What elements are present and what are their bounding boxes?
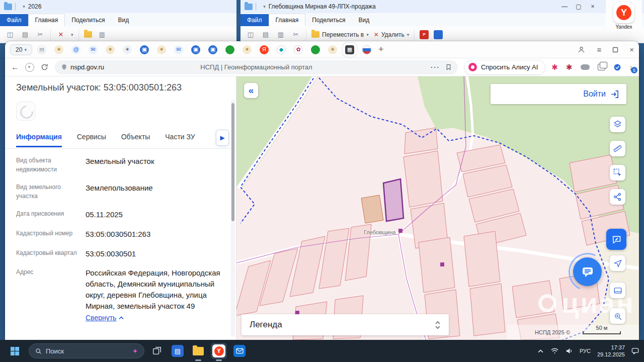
delete-icon[interactable]: ✕ xyxy=(56,30,66,40)
tab-information[interactable]: Информация xyxy=(16,133,62,147)
copy-icon[interactable]: ▤ xyxy=(20,30,30,40)
mail-app-icon[interactable] xyxy=(231,343,248,359)
map-service-tab[interactable]: ◆ xyxy=(277,45,286,54)
select-objects-button[interactable] xyxy=(610,165,625,180)
gov-app-tab[interactable]: ▣ xyxy=(208,45,217,54)
chevron-down-icon[interactable]: ▾ xyxy=(263,4,266,9)
green-service-tab[interactable] xyxy=(225,45,234,54)
panel-scrollbar[interactable] xyxy=(231,100,235,337)
pdf-icon[interactable]: P xyxy=(420,30,429,39)
chevron-down-icon[interactable]: ▾ xyxy=(71,32,73,37)
mail-envelope-tab[interactable]: ✉ xyxy=(174,45,183,54)
protect-check-icon[interactable] xyxy=(613,63,621,71)
gov-emblem-tab[interactable]: ✶ xyxy=(54,45,63,54)
gov-emblem-blue-tab[interactable]: ✶ xyxy=(123,45,132,54)
clock[interactable]: 17:37 29.12.2025 xyxy=(597,344,625,358)
taskbar-search[interactable]: Поиск ✦ xyxy=(29,343,144,358)
yandex-desktop-icon[interactable]: Y Yandex xyxy=(606,0,642,31)
delete-button[interactable]: ✕ Удалить ▾ xyxy=(374,31,409,38)
pin-icon[interactable]: ◫ xyxy=(246,30,256,40)
extension-flower-icon[interactable]: ✱ xyxy=(566,63,573,72)
tray-expand-icon[interactable] xyxy=(537,349,544,353)
chat-button[interactable] xyxy=(573,257,602,286)
layers-button[interactable] xyxy=(610,117,625,132)
properties-icon[interactable]: ▥ xyxy=(97,30,107,40)
green-service-tab[interactable] xyxy=(311,45,320,54)
chevron-down-icon[interactable]: ▾ xyxy=(23,4,25,9)
maximize-button[interactable]: ▢ xyxy=(572,3,586,10)
flag-ru-tab[interactable] xyxy=(362,45,371,54)
search-objects-button[interactable] xyxy=(610,308,625,324)
tab-parcel-parts[interactable]: Части ЗУ xyxy=(165,133,195,146)
flower-service-tab[interactable]: ✿ xyxy=(294,45,303,54)
app-office-icon[interactable]: ▤ xyxy=(170,343,186,359)
gov-app-tab[interactable]: ▣ xyxy=(191,45,200,54)
file-explorer-icon[interactable] xyxy=(190,343,206,359)
tab-services[interactable]: Сервисы xyxy=(77,133,106,146)
gov-emblem-tab[interactable]: ✶ xyxy=(328,45,337,54)
locate-me-button[interactable] xyxy=(610,255,625,271)
menu-home[interactable]: Главная xyxy=(269,14,306,26)
move-to-button[interactable]: Переместить в ▾ xyxy=(311,31,369,38)
gov-emblem-tab[interactable]: ✶ xyxy=(106,45,115,54)
close-button[interactable]: × xyxy=(586,3,600,10)
explorer-titlebar[interactable]: ▏ ▾ Глебовщина Мирная 49-ЛПХ-продажа — ▢… xyxy=(240,0,644,13)
explorer-window-glebovshchina[interactable]: ▏ ▾ Глебовщина Мирная 49-ЛПХ-продажа — ▢… xyxy=(240,0,644,43)
extension-tabs-icon[interactable] xyxy=(598,64,605,70)
mini-window-button[interactable] xyxy=(610,283,625,298)
back-icon[interactable]: ← xyxy=(11,63,19,72)
menu-view[interactable]: Вид xyxy=(111,14,135,26)
selected-parcel[interactable] xyxy=(383,179,404,221)
copy-icon[interactable]: ▤ xyxy=(261,30,271,40)
ruler-button[interactable] xyxy=(610,141,625,156)
task-view-button[interactable] xyxy=(149,343,165,359)
url-text[interactable]: nspd.gov.ru xyxy=(70,63,104,71)
gov-emblem-tab[interactable]: ✶ xyxy=(157,45,166,54)
site-security-icon[interactable] xyxy=(61,64,67,70)
new-folder-icon[interactable] xyxy=(84,31,92,38)
pin-icon[interactable]: ◫ xyxy=(5,30,15,40)
language-indicator[interactable]: РУС xyxy=(580,348,591,354)
cadastral-map[interactable]: Глебовщина циан « Войти xyxy=(236,76,639,340)
minimize-button[interactable]: — xyxy=(557,3,572,10)
app-icon[interactable] xyxy=(434,30,443,39)
notifications-icon[interactable] xyxy=(631,347,639,354)
share-button[interactable] xyxy=(610,189,625,205)
explorer-titlebar[interactable]: ▏ ▾ 2026 xyxy=(0,0,236,13)
tab-counter[interactable]: 20 ▾ xyxy=(10,44,32,55)
reload-icon[interactable] xyxy=(40,63,49,71)
extension-flower-icon[interactable]: ✱ xyxy=(551,63,558,72)
collapse-link[interactable]: Свернуть xyxy=(86,313,124,323)
gov-app-tab[interactable]: ▣ xyxy=(140,45,149,54)
downloads-icon[interactable]: ↓5 xyxy=(629,63,633,71)
mail-at-tab[interactable]: @ xyxy=(71,45,80,54)
browser-action-icon[interactable] xyxy=(25,63,34,72)
legend-bar[interactable]: Легенда xyxy=(242,314,449,335)
menu-share[interactable]: Поделиться xyxy=(65,14,111,26)
start-button[interactable] xyxy=(5,341,24,360)
menu-view[interactable]: Вид xyxy=(352,14,376,26)
close-icon[interactable]: × xyxy=(629,45,634,54)
wifi-icon[interactable] xyxy=(550,347,559,354)
menu-file[interactable]: Файл xyxy=(0,14,28,26)
menu-icon[interactable]: ≡ xyxy=(597,45,601,54)
gov-emblem-tab[interactable]: ✶ xyxy=(243,45,252,54)
neighbor-parcel[interactable] xyxy=(361,195,383,223)
address-bar[interactable]: nspd.gov.ru НСПД | Геоинформационный пор… xyxy=(55,60,458,74)
cut-icon[interactable]: ✂ xyxy=(291,30,301,40)
document-tab[interactable]: ▤ xyxy=(37,45,46,54)
ask-alice-button[interactable]: Спросить Алису AI xyxy=(464,60,545,75)
menu-home[interactable]: Главная xyxy=(28,14,65,26)
yandex-browser-icon[interactable]: Y xyxy=(211,343,227,359)
scrollbar-thumb[interactable] xyxy=(231,103,234,221)
collapse-panel-button[interactable]: « xyxy=(244,83,258,98)
feedback-widget-button[interactable] xyxy=(606,229,626,250)
menu-share[interactable]: Поделиться xyxy=(305,14,352,26)
explorer-window-2026[interactable]: ▏ ▾ 2026 Файл Главная Поделиться Вид ◫ ▤… xyxy=(0,0,236,43)
extension-mask-icon[interactable] xyxy=(581,64,590,70)
tab-objects[interactable]: Объекты xyxy=(121,133,150,146)
volume-icon[interactable] xyxy=(566,347,573,354)
login-bar[interactable]: Войти xyxy=(491,84,626,104)
yandex-tab[interactable]: Я xyxy=(260,45,269,54)
nspd-active-tab[interactable]: ▦ xyxy=(345,45,354,54)
